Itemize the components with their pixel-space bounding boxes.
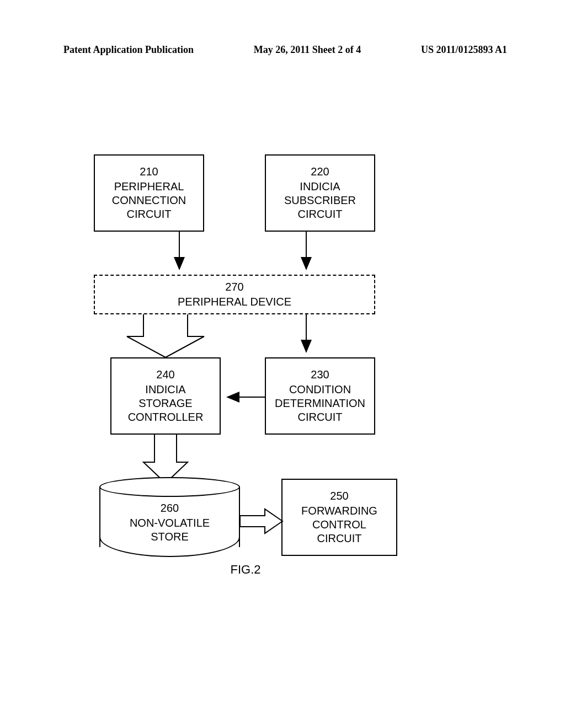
page-header: Patent Application Publication May 26, 2… xyxy=(0,44,565,56)
block-label-line: CIRCUIT xyxy=(126,207,171,221)
block-diagram: 210 PERIPHERAL CONNECTION CIRCUIT 220 IN… xyxy=(88,154,408,585)
block-label-line: PERIPHERAL xyxy=(114,180,184,194)
block-number: 230 xyxy=(311,368,329,382)
block-260-non-volatile-store: 260 NON-VOLATILE STORE xyxy=(99,477,240,557)
block-label-line: CONDITION xyxy=(289,383,351,397)
header-publication-type: Patent Application Publication xyxy=(63,44,194,56)
block-label-line: NON-VOLATILE xyxy=(99,516,240,530)
block-label-line: CIRCUIT xyxy=(317,532,361,545)
block-number: 210 xyxy=(140,165,158,179)
block-210-peripheral-connection-circuit: 210 PERIPHERAL CONNECTION CIRCUIT xyxy=(94,154,204,232)
block-label-line: PERIPHERAL DEVICE xyxy=(178,295,291,309)
block-number: 260 xyxy=(99,501,240,515)
block-number: 220 xyxy=(311,165,329,179)
block-220-indicia-subscriber-circuit: 220 INDICIA SUBSCRIBER CIRCUIT xyxy=(265,154,375,232)
block-250-forwarding-control-circuit: 250 FORWARDING CONTROL CIRCUIT xyxy=(281,479,397,556)
figure-caption: FIG.2 xyxy=(215,563,276,577)
block-label-line: CIRCUIT xyxy=(297,207,342,221)
block-number: 270 xyxy=(225,280,243,294)
block-label-line: SUBSCRIBER xyxy=(284,194,356,207)
block-label-line: STORE xyxy=(99,530,240,544)
block-label-line: CONTROLLER xyxy=(128,410,204,424)
block-label-line: INDICIA xyxy=(145,383,185,397)
block-label-line: STORAGE xyxy=(138,397,192,410)
block-label-line: CONNECTION xyxy=(112,194,186,207)
block-label-line: DETERMINATION xyxy=(275,397,365,410)
block-number: 240 xyxy=(156,368,174,382)
block-label-line: FORWARDING xyxy=(301,504,377,518)
block-label-line: CIRCUIT xyxy=(297,410,342,424)
block-240-indicia-storage-controller: 240 INDICIA STORAGE CONTROLLER xyxy=(110,357,221,435)
block-arrow-270-to-240 xyxy=(121,314,221,358)
block-230-condition-determination-circuit: 230 CONDITION DETERMINATION CIRCUIT xyxy=(265,357,375,435)
block-arrow-260-to-250 xyxy=(240,507,284,535)
block-label-line: INDICIA xyxy=(300,180,340,194)
header-publication-number: US 2011/0125893 A1 xyxy=(421,44,507,56)
block-270-peripheral-device: 270 PERIPHERAL DEVICE xyxy=(94,275,375,314)
header-date-sheet: May 26, 2011 Sheet 2 of 4 xyxy=(254,44,361,56)
arrow-270-to-230 xyxy=(298,314,320,358)
block-label-line: CONTROL xyxy=(312,518,366,532)
arrow-210-to-270 xyxy=(88,232,408,276)
block-number: 250 xyxy=(330,489,348,503)
arrow-230-to-240 xyxy=(221,392,265,403)
